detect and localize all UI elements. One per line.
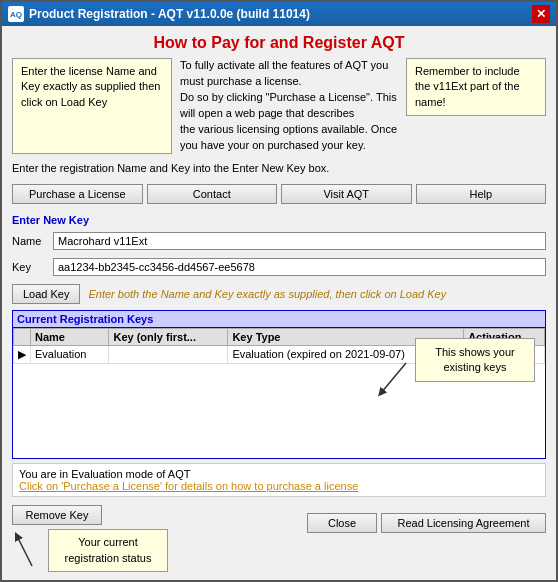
remove-key-button[interactable]: Remove Key xyxy=(12,505,102,525)
keys-header: Current Registration Keys xyxy=(13,311,545,328)
read-licensing-button[interactable]: Read Licensing Agreement xyxy=(381,513,546,533)
cell-key xyxy=(109,345,228,363)
current-status-area: Your current registration status xyxy=(12,529,168,572)
load-key-button[interactable]: Load Key xyxy=(12,284,80,304)
col-key: Key (only first... xyxy=(109,328,228,345)
left-tooltip: Enter the license Name and Key exactly a… xyxy=(12,58,172,154)
title-text: Product Registration - AQT v11.0.0e (bui… xyxy=(29,7,310,21)
instructions-middle: To fully activate all the features of AQ… xyxy=(180,58,398,154)
title-bar-left: AQ Product Registration - AQT v11.0.0e (… xyxy=(8,6,310,22)
name-label: Name xyxy=(12,235,47,247)
svg-line-0 xyxy=(381,363,406,393)
status-line1: You are in Evaluation mode of AQT xyxy=(19,468,539,480)
current-status-tooltip: Your current registration status xyxy=(48,529,168,572)
content-area: How to Pay for and Register AQT Enter th… xyxy=(2,26,556,580)
key-label: Key xyxy=(12,261,47,273)
keys-body: Name Key (only first... Key Type Activat… xyxy=(13,328,545,459)
enter-key-label: Enter New Key xyxy=(12,214,546,226)
bottom-right: Close Read Licensing Agreement xyxy=(307,505,546,533)
arrow-icon xyxy=(371,358,411,398)
contact-button[interactable]: Contact xyxy=(147,184,278,204)
status-area: You are in Evaluation mode of AQT Click … xyxy=(12,463,546,497)
name-input[interactable] xyxy=(53,232,546,250)
load-hint: Enter both the Name and Key exactly as s… xyxy=(88,288,446,300)
main-window: AQ Product Registration - AQT v11.0.0e (… xyxy=(0,0,558,582)
name-row: Name xyxy=(12,232,546,250)
current-status-arrow-icon xyxy=(12,531,42,571)
status-link[interactable]: Click on 'Purchase a License' for detail… xyxy=(19,480,539,492)
close-dialog-button[interactable]: Close xyxy=(307,513,377,533)
row-indicator: ▶ xyxy=(14,345,31,363)
cell-name: Evaluation xyxy=(31,345,109,363)
instruction-row: Enter the registration Name and Key into… xyxy=(12,162,546,174)
key-row: Key xyxy=(12,258,546,276)
col-name: Name xyxy=(31,328,109,345)
close-button[interactable]: ✕ xyxy=(532,5,550,23)
help-button[interactable]: Help xyxy=(416,184,547,204)
bottom-row: Remove Key Your current registration st xyxy=(12,505,546,572)
visit-button[interactable]: Visit AQT xyxy=(281,184,412,204)
svg-line-1 xyxy=(17,536,32,566)
keys-section: Current Registration Keys Name Key (only… xyxy=(12,310,546,460)
col-indicator xyxy=(14,328,31,345)
key-input[interactable] xyxy=(53,258,546,276)
right-tooltip: Remember to include the v11Ext part of t… xyxy=(406,58,546,116)
bottom-right-buttons: Close Read Licensing Agreement xyxy=(307,509,546,533)
load-row: Load Key Enter both the Name and Key exa… xyxy=(12,284,546,304)
bottom-buttons-row: Close Read Licensing Agreement xyxy=(307,513,546,533)
app-icon: AQ xyxy=(8,6,24,22)
existing-keys-tooltip: This shows your existing keys xyxy=(415,338,535,383)
main-title: How to Pay for and Register AQT xyxy=(12,34,546,52)
purchase-button[interactable]: Purchase a License xyxy=(12,184,143,204)
button-row: Purchase a License Contact Visit AQT Hel… xyxy=(12,184,546,204)
title-bar: AQ Product Registration - AQT v11.0.0e (… xyxy=(2,2,556,26)
bottom-left: Remove Key Your current registration st xyxy=(12,505,168,572)
